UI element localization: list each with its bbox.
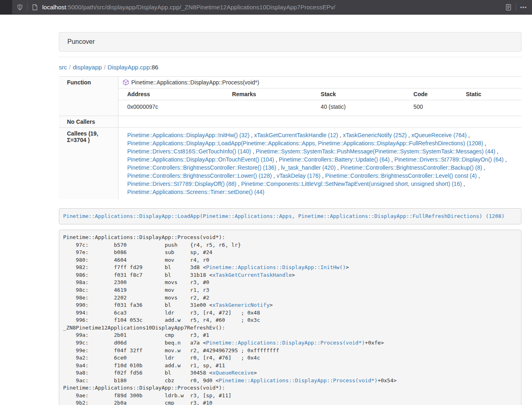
asm-text: 97c: b570 push {r4, r5, r6, lr} [63,242,241,248]
divider [27,3,28,11]
function-name: Pinetime::Applications::DisplayApp::Proc… [131,79,259,86]
callee-link[interactable]: xTaskGenericNotify (252) [343,132,407,138]
asm-text: Pinetime::Applications::DisplayApp::Proc… [63,385,225,391]
asm-text: 98e: 2202 movs r2, #2 [63,295,209,301]
col-header-code: Code [405,88,457,100]
callee-link[interactable]: Pinetime::Controllers::Battery::Update()… [279,156,390,163]
callee-link[interactable]: Pinetime::Controllers::BrightnessControl… [127,164,276,171]
breadcrumb-separator: / [69,64,71,71]
callee-link[interactable]: Pinetime::Applications::Screens::Timer::… [127,189,265,195]
package-icon [123,79,129,86]
selected-callee-link[interactable]: Pinetime::Applications::DisplayApp::Load… [63,213,505,219]
function-label: Function [59,77,118,116]
disassembly-code: Pinetime::Applications::DisplayApp::Proc… [59,230,521,405]
breadcrumb-link-src[interactable]: src [59,64,67,71]
asm-text: 99a: 2b01 cmp r3, #1 [63,332,209,338]
asm-text: > [346,264,349,270]
callees-list: Pinetime::Applications::DisplayApp::Init… [118,128,521,200]
asm-symbol-link[interactable]: xTaskGetCurrentTaskHandle [212,272,292,278]
address-value: 0x0000097c [118,100,223,114]
asm-text: +0xfe> [365,340,384,346]
col-header-remarks: Remarks [223,88,312,100]
page: localhost:5000/path/src/displayapp/Displ… [0,0,532,405]
asm-symbol-link[interactable]: Pinetime::Applications::DisplayApp::Proc… [206,340,365,346]
asm-symbol-link[interactable]: xTaskGenericNotify [212,302,269,308]
asm-text: 986: f031 f8c7 bl 31b18 < [63,272,213,278]
reader-mode-icon[interactable] [504,3,513,12]
url-bar[interactable]: localhost:5000/path/src/displayapp/Displ… [12,0,532,14]
col-header-address: Address [118,88,223,100]
breadcrumb-line-number: :86 [150,64,158,71]
asm-text: 990: f031 fa36 bl 31e00 < [63,302,213,308]
function-table: Function Pinetime::Applications::Display… [59,76,521,199]
no-callers-label: No Callers [59,116,118,128]
breadcrumb-link-file[interactable]: DisplayApp.cpp [108,64,150,71]
asm-text: 97e: b086 sub sp, #24 [63,249,213,255]
col-header-static: Static [457,88,521,100]
page-actions-menu-icon[interactable]: ••• [519,3,528,12]
breadcrumb-link-displayapp[interactable]: displayapp [73,64,102,71]
asm-text: 982: f7ff fd29 bl 3d8 < [63,264,206,270]
page-title: Puncover [59,32,521,51]
callee-link[interactable]: xQueueReceive (764) [411,132,467,138]
asm-symbol-link[interactable]: xQueueReceive [212,370,254,376]
app-header-panel: Puncover [59,32,521,52]
callee-link[interactable]: Pinetime::Controllers::BrightnessControl… [127,172,272,179]
asm-text: 99c: d06d beq.n a7a < [63,340,206,346]
callee-link[interactable]: Pinetime::Applications::DisplayApp::OnTo… [127,156,274,163]
url-text[interactable]: localhost:5000/path/src/displayapp/Displ… [42,4,504,11]
url-path: :5000/path/src/displayapp/DisplayApp.cpp… [66,4,335,11]
callee-link[interactable]: Pinetime::Applications::DisplayApp::Load… [127,140,483,146]
asm-text: Pinetime::Applications::DisplayApp::Proc… [63,234,225,240]
asm-text: 98c: 4619 mov r1, r3 [63,287,209,293]
callee-link[interactable]: Pinetime::Controllers::BrightnessControl… [340,164,482,171]
static-value [457,100,521,114]
asm-text: 996: f104 053c add.w r5, r4, #60 ; 0x3c [63,317,260,323]
callee-link[interactable]: Pinetime::Drivers::Cst816S::GetTouchInfo… [127,148,251,155]
callee-link[interactable]: Pinetime::Drivers::St7789::DisplayOn() (… [394,156,504,163]
asm-text: 980: 4604 mov r4, r0 [63,257,209,263]
breadcrumb: src/displayapp/DisplayApp.cpp:86 [59,64,521,71]
remarks-value [223,100,312,114]
browser-toolbar: localhost:5000/path/src/displayapp/Displ… [0,0,532,15]
asm-text: +0x54> [377,377,396,383]
stack-value: 40 (static) [312,100,405,114]
asm-text: > [292,272,295,278]
callee-link[interactable]: Pinetime::Controllers::BrightnessControl… [325,172,476,179]
callee-link[interactable]: Pinetime::Drivers::St7789::DisplayOff() … [127,181,237,187]
asm-symbol-link[interactable]: Pinetime::Applications::DisplayApp::Proc… [219,377,377,383]
breadcrumb-separator: / [104,64,106,71]
callee-link[interactable]: Pinetime::Applications::DisplayApp::Init… [127,132,250,138]
callee-link[interactable]: lv_task_handler (420) [281,164,336,171]
asm-text: 98a: 2300 movs r3, #0 [63,279,209,285]
page-info-icon[interactable] [30,3,39,12]
callee-link[interactable]: Pinetime::Components::LittleVgl::SetNewT… [241,181,462,187]
horizontal-rule [59,57,521,57]
callee-link[interactable]: vTaskDelay (176) [277,172,321,179]
asm-symbol-link[interactable]: Pinetime::Applications::DisplayApp::Init… [206,264,346,270]
shield-icon[interactable] [15,3,24,12]
selected-callee-box: Pinetime::Applications::DisplayApp::Load… [59,208,521,224]
asm-text: 99e: f04f 32ff mov.w r2, #4294967295 ; 0… [63,347,279,353]
asm-text: 994: 6ca3 ldr r3, [r4, #72] ; 0x48 [63,310,260,316]
divider [516,3,516,11]
asm-text: 9b2: 2b0a cmp r3, #10 [63,400,213,405]
callers-cell [118,116,521,128]
callee-link[interactable]: xTaskGetCurrentTaskHandle (12) [254,132,338,138]
asm-text: _ZN8Pinetime12Applications10DisplayApp7R… [63,325,225,331]
asm-text: > [254,370,257,376]
callees-label: Callees (19, Σ=3704 ) [59,128,118,200]
table-row: 0x0000097c 40 (static) 500 [118,100,522,114]
function-stats-table: Address Remarks Stack Code Static 0x0000… [118,88,522,113]
asm-text: 9ae: f89d 300b ldrb.w r3, [sp, #11] [63,392,232,399]
code-value: 500 [405,100,457,114]
content: Puncover src/displayapp/DisplayApp.cpp:8… [59,32,521,405]
asm-text: 9a8: f02f fd56 bl 30458 < [63,370,213,376]
asm-text: 9a2: 6ce0 ldr r0, [r4, #76] ; 0x4c [63,355,260,361]
asm-text: 9a4: f10d 010b add.w r1, sp, #11 [63,362,225,368]
asm-text: > [269,302,273,308]
callee-link[interactable]: Pinetime::System::SystemTask::PushMessag… [256,148,495,155]
url-host: localhost [42,4,66,11]
col-header-stack: Stack [312,88,405,100]
asm-text: 9ac: b180 cbz r0, 9d0 < [63,377,219,383]
